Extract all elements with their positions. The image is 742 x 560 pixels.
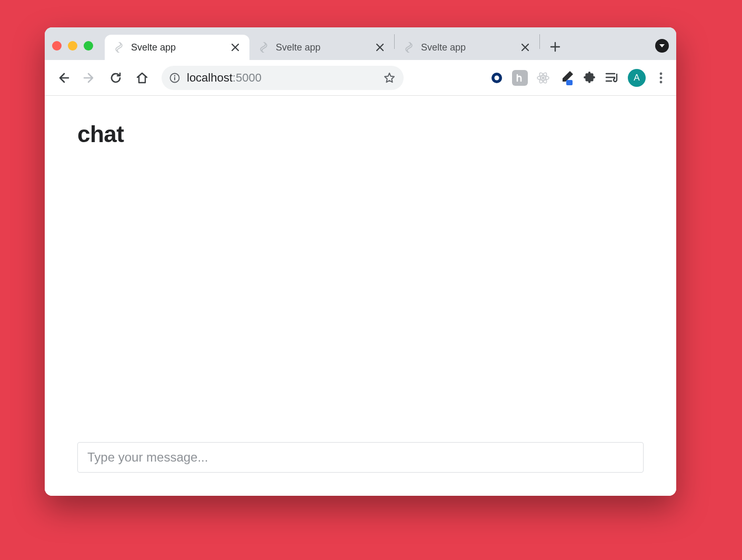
tab-separator (539, 34, 540, 49)
svg-rect-9 (566, 80, 573, 85)
avatar-letter: A (634, 73, 639, 83)
toolbar: localhost:5000 (45, 60, 676, 96)
svelte-favicon-icon (258, 42, 269, 53)
new-tab-button[interactable] (544, 36, 566, 58)
extension-react-icon[interactable] (535, 70, 551, 86)
svg-point-4 (495, 75, 499, 80)
forward-button[interactable] (78, 67, 101, 89)
svg-point-12 (660, 81, 663, 83)
svg-point-11 (660, 76, 663, 79)
tab-title: Svelte app (131, 42, 225, 53)
media-queue-icon[interactable] (605, 70, 620, 86)
extensions-puzzle-icon[interactable] (581, 70, 597, 86)
chevron-down-icon[interactable] (655, 39, 669, 53)
tab-3[interactable]: Svelte app (395, 35, 539, 60)
svg-point-5 (542, 76, 545, 79)
svg-point-10 (660, 72, 663, 75)
close-window-button[interactable] (52, 41, 62, 51)
tab-strip: Svelte app Svelte app Svelte a (45, 27, 676, 60)
back-button[interactable] (52, 67, 74, 89)
extension-eyedropper-icon[interactable] (558, 70, 574, 86)
tab-close-button[interactable] (374, 42, 386, 53)
url-text: localhost:5000 (187, 71, 376, 85)
extension-h-icon[interactable] (512, 70, 528, 86)
menu-dots-icon[interactable] (653, 70, 669, 86)
page-heading: chat (77, 121, 644, 147)
reload-button[interactable] (105, 67, 127, 89)
page-content: chat (45, 96, 676, 496)
url-port: :5000 (233, 71, 262, 85)
url-host: localhost (187, 71, 233, 85)
profile-avatar[interactable]: A (628, 69, 646, 87)
svelte-favicon-icon (113, 42, 125, 53)
tab-2[interactable]: Svelte app (249, 35, 394, 60)
browser-window: Svelte app Svelte app Svelte a (45, 27, 676, 496)
minimize-window-button[interactable] (68, 41, 77, 51)
bookmark-star-icon[interactable] (383, 71, 396, 85)
fullscreen-window-button[interactable] (84, 41, 93, 51)
home-button[interactable] (131, 67, 153, 89)
window-controls (52, 41, 93, 51)
tab-title: Svelte app (421, 42, 515, 53)
extensions-row: A (489, 69, 669, 87)
tab-strip-right (655, 39, 669, 53)
tab-close-button[interactable] (519, 42, 531, 53)
site-info-icon[interactable] (169, 72, 181, 84)
spacer (77, 147, 644, 442)
address-bar[interactable]: localhost:5000 (162, 66, 404, 90)
message-input[interactable] (77, 442, 644, 473)
tab-title: Svelte app (276, 42, 370, 53)
tab-1[interactable]: Svelte app (105, 35, 249, 60)
tabs: Svelte app Svelte app Svelte a (105, 27, 655, 60)
svelte-favicon-icon (403, 42, 415, 53)
svg-point-1 (174, 75, 176, 76)
svg-rect-2 (174, 77, 175, 80)
tab-close-button[interactable] (229, 42, 241, 53)
extension-circle-icon[interactable] (489, 70, 505, 86)
